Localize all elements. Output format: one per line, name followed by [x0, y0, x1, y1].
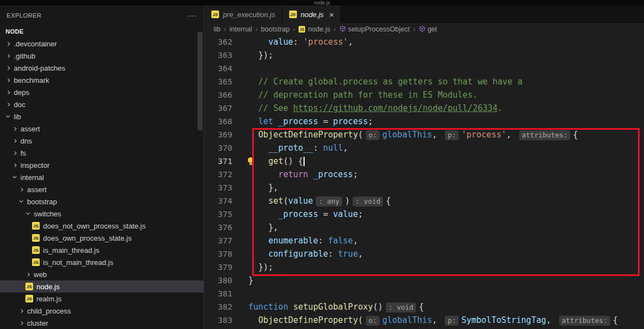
code-line-376[interactable]: 376 },	[205, 221, 644, 234]
tree-item-dns[interactable]: dns	[0, 135, 204, 147]
token	[248, 37, 268, 47]
more-actions-icon[interactable]: ···	[188, 11, 197, 20]
line-number[interactable]: 372	[205, 168, 232, 181]
token: // See	[258, 103, 293, 113]
line-number[interactable]: 363	[205, 49, 232, 62]
code-line-364[interactable]: 364	[205, 62, 644, 75]
section-header-node[interactable]: NODE	[0, 25, 204, 38]
tree-item-does_own_process_state.js[interactable]: JSdoes_own_process_state.js	[0, 232, 204, 244]
tree-item-realm.js[interactable]: JSrealm.js	[0, 293, 204, 305]
tree-item-switches[interactable]: switches	[0, 208, 204, 220]
tree-item-lib[interactable]: lib	[0, 110, 204, 123]
breadcrumb-separator-icon: ›	[413, 25, 416, 33]
line-number[interactable]: 366	[205, 88, 232, 102]
code-line-372[interactable]: 372 return _process;	[205, 168, 644, 181]
line-number[interactable]: 376	[205, 221, 232, 234]
line-number[interactable]: 382	[205, 300, 232, 314]
tree-item-assert[interactable]: assert	[0, 183, 204, 195]
token	[248, 209, 278, 219]
tree-item-benchmark[interactable]: benchmark	[0, 74, 204, 86]
token: ObjectDefineProperty	[258, 130, 358, 140]
code-line-382[interactable]: 382function setupGlobalProxy(): void{	[205, 300, 644, 314]
tree-item-fs[interactable]: fs	[0, 147, 204, 159]
chevron-right-icon	[19, 187, 23, 191]
breadcrumb-item-bootstrap[interactable]: bootstrap	[261, 25, 290, 33]
tree-item-is_not_main_thread.js[interactable]: JSis_not_main_thread.js	[0, 256, 204, 268]
code-line-362[interactable]: 362 value: 'process',	[205, 35, 644, 49]
line-number[interactable]: 378	[205, 247, 232, 261]
line-number[interactable]: 369	[205, 128, 232, 141]
line-number[interactable]: 365	[205, 75, 232, 88]
code-lines: 362 value: 'process',363 });364365 // Cr…	[205, 35, 644, 327]
token: });	[258, 262, 273, 272]
code-line-367[interactable]: 367 // See https://github.com/nodejs/nod…	[205, 102, 644, 115]
line-number[interactable]: 373	[205, 181, 232, 194]
tree-item-does_not_own_process_state.js[interactable]: JSdoes_not_own_process_state.js	[0, 220, 204, 232]
symbol-method-icon	[419, 25, 428, 34]
tab-node.js[interactable]: JSnode.js×	[283, 6, 342, 23]
breadcrumb-item-node.js[interactable]: JSnode.js	[299, 25, 330, 33]
tree-item-deps[interactable]: deps	[0, 86, 204, 98]
breadcrumb-item-lib[interactable]: lib	[214, 25, 221, 33]
breadcrumb-label: get	[428, 25, 437, 33]
token: value	[333, 209, 358, 219]
line-number[interactable]: 383	[205, 314, 232, 327]
line-number[interactable]: 362	[205, 35, 232, 49]
tree-item-node.js[interactable]: JSnode.js	[0, 280, 204, 293]
line-number[interactable]: 377	[205, 234, 232, 247]
code-line-368[interactable]: 368 let _process = process;	[205, 115, 644, 128]
chevron-right-icon	[13, 126, 17, 130]
code-line-383[interactable]: 383 ObjectDefineProperty(o:globalThis, p…	[205, 314, 644, 327]
breadcrumb-item-get[interactable]: get	[419, 25, 437, 34]
code-line-377[interactable]: 377 enumerable: false,	[205, 234, 644, 247]
code-line-378[interactable]: 378 configurable: true,	[205, 247, 644, 261]
line-number[interactable]: 364	[205, 62, 232, 75]
line-number[interactable]: 381	[205, 287, 232, 300]
line-number[interactable]: 371	[205, 155, 232, 168]
line-content: });	[248, 49, 273, 62]
code-line-363[interactable]: 363 });	[205, 49, 644, 62]
code-line-381[interactable]: 381	[205, 287, 644, 300]
code-line-366[interactable]: 366 // deprecation path for these in ES …	[205, 88, 644, 102]
code-line-375[interactable]: 375 _process = value;	[205, 208, 644, 221]
code-line-365[interactable]: 365 // Create global.process as getters …	[205, 75, 644, 88]
code-line-380[interactable]: 380}	[205, 274, 644, 287]
tree-item-is_main_thread.js[interactable]: JSis_main_thread.js	[0, 244, 204, 256]
tab-pre_execution.js[interactable]: JSpre_execution.js	[205, 6, 283, 23]
tree-item-internal[interactable]: internal	[0, 171, 204, 183]
close-icon[interactable]: ×	[329, 10, 334, 19]
line-number[interactable]: 375	[205, 208, 232, 221]
line-number[interactable]: 367	[205, 102, 232, 115]
tree-item-inspector[interactable]: inspector	[0, 159, 204, 171]
line-number[interactable]: 370	[205, 141, 232, 155]
code-editor[interactable]: 362 value: 'process',363 });364365 // Cr…	[205, 35, 644, 329]
tree-item-label: android-patches	[14, 64, 65, 72]
tree-item-label: web	[34, 270, 47, 279]
token: )	[345, 196, 350, 206]
breadcrumb-item-internal[interactable]: internal	[230, 25, 252, 33]
tree-item-web[interactable]: web	[0, 268, 204, 280]
tree-item-.devcontainer[interactable]: .devcontainer	[0, 38, 204, 50]
breadcrumb-item-setupProcessObject[interactable]: setupProcessObject	[339, 25, 410, 34]
token: value	[268, 37, 293, 47]
tree-item-android-patches[interactable]: android-patches	[0, 62, 204, 74]
tree-item-cluster[interactable]: cluster	[0, 317, 204, 329]
tree-item-label: assert	[27, 185, 46, 194]
tree-item-doc[interactable]: doc	[0, 98, 204, 110]
code-line-371[interactable]: 371 get() {	[205, 155, 644, 168]
code-line-374[interactable]: 374 set(value: any): void{	[205, 194, 644, 208]
line-number[interactable]: 379	[205, 261, 232, 274]
tree-item-bootstrap[interactable]: bootstrap	[0, 195, 204, 208]
code-line-379[interactable]: 379 });	[205, 261, 644, 274]
code-line-373[interactable]: 373 },	[205, 181, 644, 194]
tree-item-.github[interactable]: .github	[0, 50, 204, 62]
line-number[interactable]: 380	[205, 274, 232, 287]
tree-item-child_process[interactable]: child_process	[0, 305, 204, 317]
lightbulb-icon[interactable]	[247, 157, 254, 166]
line-number[interactable]: 368	[205, 115, 232, 128]
code-line-369[interactable]: 369 ObjectDefineProperty(o:globalThis, p…	[205, 128, 644, 141]
tree-item-assert[interactable]: assert	[0, 123, 204, 135]
line-number[interactable]: 374	[205, 194, 232, 208]
sidebar-scrollbar-thumb[interactable]	[198, 32, 203, 130]
code-line-370[interactable]: 370 __proto__: null,	[205, 141, 644, 155]
